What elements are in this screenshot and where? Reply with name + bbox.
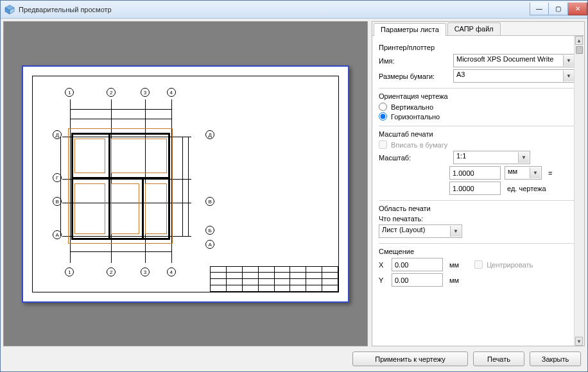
scroll-thumb[interactable]: [576, 46, 583, 54]
group-offset: Смещение: [379, 248, 580, 255]
fit-to-paper-label: Вписать в бумагу: [391, 141, 447, 149]
app-icon: [4, 4, 15, 15]
fit-to-paper-checkbox[interactable]: Вписать в бумагу: [379, 140, 580, 149]
scroll-down-icon[interactable]: ▼: [575, 337, 583, 346]
group-printer: Принтер/плоттер: [379, 44, 580, 51]
orientation-landscape-radio[interactable]: Горизонтально: [379, 112, 580, 121]
print-button[interactable]: Печать: [473, 351, 524, 366]
printer-name-select[interactable]: Microsoft XPS Document Write ▼: [453, 54, 575, 67]
group-orientation: Ориентация чертежа: [379, 92, 580, 100]
sheet: 1 2 3 4 1 2 3 4 Д Г В А: [22, 65, 349, 303]
axis-bubble: 1: [65, 88, 74, 97]
chevron-down-icon: ▼: [530, 167, 540, 178]
close-dialog-button[interactable]: Закрыть: [530, 351, 581, 366]
center-label: Центрировать: [487, 261, 533, 269]
equals-label: =: [548, 169, 552, 177]
orientation-portrait-radio[interactable]: Вертикально: [379, 103, 580, 111]
axis-bubble: 1: [65, 267, 74, 276]
axis-bubble: 3: [141, 88, 150, 97]
axis-bubble: А: [205, 240, 214, 249]
settings-panel: Параметры листа САПР файл Принтер/плотте…: [372, 21, 585, 346]
axis-bubble: 2: [107, 267, 116, 276]
offset-x-unit: мм: [449, 261, 459, 269]
axis-bubble: 4: [167, 267, 176, 276]
close-button[interactable]: ✕: [568, 3, 587, 15]
paper-size-select[interactable]: A3 ▼: [453, 69, 575, 83]
printer-name-value: Microsoft XPS Document Write: [456, 55, 553, 63]
drawing-units-label: ед. чертежа: [507, 185, 546, 192]
group-scale: Масштаб печати: [379, 130, 580, 138]
chevron-down-icon: ▼: [450, 226, 461, 237]
scale-unit-select[interactable]: мм ▼: [505, 166, 542, 180]
printer-name-label: Имя:: [379, 57, 449, 65]
plot-area-select[interactable]: Лист (Layout) ▼: [379, 224, 462, 238]
chevron-down-icon: ▼: [563, 71, 574, 81]
chevron-down-icon: ▼: [563, 55, 574, 66]
scale-select[interactable]: 1:1 ▼: [453, 151, 530, 164]
paper-size-value: A3: [456, 71, 465, 78]
offset-y-unit: мм: [449, 276, 459, 284]
footer: Применить к чертежу Печать Закрыть: [3, 346, 585, 369]
offset-y-label: Y: [379, 276, 388, 284]
group-plot-area: Область печати: [379, 205, 580, 212]
scale-denominator-input[interactable]: [449, 182, 501, 195]
floor-plan: 1 2 3 4 1 2 3 4 Д Г В А: [56, 84, 210, 279]
title-block: [210, 266, 338, 292]
axis-bubble: Д: [205, 130, 214, 139]
offset-x-label: X: [379, 261, 388, 269]
apply-button[interactable]: Применить к чертежу: [352, 351, 468, 366]
orientation-landscape-label: Горизонтально: [391, 113, 440, 121]
scroll-up-icon[interactable]: ▲: [575, 36, 583, 45]
window-title: Предварительный просмотр: [19, 6, 112, 13]
window: Предварительный просмотр ― ▢ ✕ 1 2 3 4: [0, 0, 588, 372]
plot-what-label: Что печатать:: [379, 215, 580, 223]
orientation-portrait-label: Вертикально: [391, 103, 433, 111]
maximize-button[interactable]: ▢: [549, 3, 568, 15]
scale-value: 1:1: [456, 152, 466, 160]
paper-size-label: Размеры бумаги:: [379, 72, 449, 80]
axis-bubble: 3: [141, 267, 150, 276]
panel-scrollbar[interactable]: ▲ ▼: [574, 36, 584, 346]
axis-bubble: В: [205, 197, 214, 206]
preview-viewport[interactable]: 1 2 3 4 1 2 3 4 Д Г В А: [3, 21, 368, 346]
offset-y-input[interactable]: [392, 273, 443, 287]
axis-bubble: 2: [107, 88, 116, 97]
tab-sheet-params[interactable]: Параметры листа: [374, 23, 446, 36]
titlebar[interactable]: Предварительный просмотр ― ▢ ✕: [1, 1, 587, 19]
offset-x-input[interactable]: [392, 258, 443, 271]
minimize-button[interactable]: ―: [530, 3, 549, 15]
axis-bubble: 4: [167, 88, 176, 97]
axis-bubble: Б: [205, 226, 214, 235]
center-checkbox[interactable]: Центрировать: [474, 260, 533, 269]
scale-unit-value: мм: [508, 167, 517, 175]
scale-label: Масштаб:: [379, 154, 449, 162]
chevron-down-icon: ▼: [518, 152, 529, 163]
plot-area-value: Лист (Layout): [382, 226, 425, 233]
tab-cad-file[interactable]: САПР файл: [447, 22, 501, 35]
scale-numerator-input[interactable]: [449, 166, 501, 180]
